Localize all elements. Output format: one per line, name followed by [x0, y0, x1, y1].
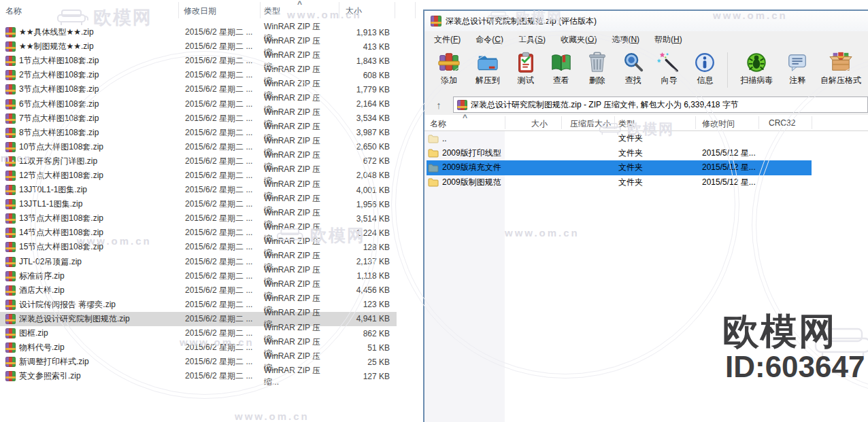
- winrar-toolbar: 添加解压到测试查看删除查找向导信息扫描病毒注释自解压格式: [424, 48, 868, 94]
- table-row[interactable]: 14节点大样图108套.zip2015/6/2 星期二 ...WinRAR ZI…: [0, 226, 422, 240]
- winrar-zip-file-icon: [5, 228, 16, 238]
- entry-type: 文件夹: [614, 162, 695, 173]
- menu-item-c[interactable]: 命令(C): [468, 32, 511, 48]
- sort-caret-icon: ^: [463, 113, 467, 122]
- toolbar-button[interactable]: 查找: [615, 51, 652, 86]
- winrar-titlebar[interactable]: 深装总设计研究院制图规范.zip (评估版本): [424, 11, 868, 31]
- winrar-menubar: 文件(F)命令(C)工具(S)收藏夹(O)选项(N)帮助(H): [424, 31, 868, 48]
- toolbar-button-label: 解压到: [475, 75, 500, 86]
- menu-item-o[interactable]: 收藏夹(O): [553, 32, 604, 48]
- toolbar-button[interactable]: 查看: [543, 51, 580, 86]
- column-header-name[interactable]: 名称: [5, 5, 22, 17]
- file-date: 2015/6/2 星期二 ...: [185, 156, 264, 167]
- file-size: 672 KB: [332, 156, 390, 166]
- table-row[interactable]: 13JTL1-1图集.zip2015/6/2 星期二 ...WinRAR ZIP…: [0, 197, 422, 211]
- table-row[interactable]: 15节点大样图108套.zip2015/6/2 星期二 ...WinRAR ZI…: [0, 240, 422, 254]
- table-row[interactable]: 图框.zip2015/6/2 星期二 ...WinRAR ZIP 压缩...86…: [0, 326, 422, 340]
- toolbar-button[interactable]: 删除: [580, 51, 615, 86]
- table-row[interactable]: 酒店大样.zip2015/6/2 星期二 ...WinRAR ZIP 压缩...…: [0, 283, 422, 298]
- table-row[interactable]: 2009版制图规范文件夹2015/5/12 星...: [424, 175, 868, 190]
- menu-item-s[interactable]: 工具(S): [511, 32, 553, 48]
- table-row[interactable]: 11双开客房门详图.zip2015/6/2 星期二 ...WinRAR ZIP …: [0, 154, 422, 169]
- winrar-zip-file-icon: [5, 371, 16, 381]
- table-row[interactable]: 7节点大样图108套.zip2015/6/2 星期二 ...WinRAR ZIP…: [0, 111, 422, 126]
- up-folder-button[interactable]: ↑: [430, 96, 448, 113]
- toolbar-button[interactable]: 注释: [781, 51, 814, 86]
- table-row[interactable]: 2009版打印线型文件夹2015/5/12 星...: [424, 146, 868, 161]
- file-name: 深装总设计研究院制图规范.zip: [19, 313, 185, 325]
- column-header-crc32[interactable]: CRC32: [769, 118, 795, 128]
- winrar-zip-file-icon: [5, 199, 16, 209]
- table-row[interactable]: 13节点大样图108套.zip2015/6/2 星期二 ...WinRAR ZI…: [0, 211, 422, 226]
- table-row[interactable]: ★★具体线型★★.zip2015/6/2 星期二 ...WinRAR ZIP 压…: [0, 25, 422, 39]
- file-date: 2015/6/2 星期二 ...: [185, 55, 264, 67]
- file-name: 13JT0L1-1图集.zip: [19, 184, 185, 196]
- table-row[interactable]: ..文件夹: [424, 131, 868, 146]
- table-row[interactable]: 标准前序.zip2015/6/2 星期二 ...WinRAR ZIP 压缩...…: [0, 269, 422, 283]
- entry-name: 2009版打印线型: [442, 147, 505, 159]
- table-row[interactable]: 设计院传阅报告 蒋缪奕.zip2015/6/2 星期二 ...WinRAR ZI…: [0, 298, 422, 312]
- column-header-date[interactable]: 修改日期: [184, 5, 216, 17]
- table-row[interactable]: JTL-02吊顶篇.zip2015/6/2 星期二 ...WinRAR ZIP …: [0, 255, 422, 269]
- winrar-zip-file-icon: [5, 156, 16, 166]
- menu-item-f[interactable]: 文件(F): [427, 32, 468, 48]
- table-row[interactable]: 1节点大样图108套.zip2015/6/2 星期二 ...WinRAR ZIP…: [0, 54, 422, 68]
- toolbar-button-label: 查看: [553, 75, 569, 86]
- file-date: 2015/6/2 星期二 ...: [185, 285, 264, 296]
- archive-address-text: 深装总设计研究院制图规范.zip - ZIP 压缩文件, 解包大小为 6,339…: [471, 99, 739, 111]
- add-button[interactable]: 添加: [431, 51, 467, 86]
- file-name: 10节点大样图108套.zip: [19, 141, 185, 153]
- delete-icon: [586, 51, 609, 74]
- toolbar-button-label: 注释: [789, 75, 805, 86]
- table-row[interactable]: 深装总设计研究院制图规范.zip2015/6/2 星期二 ...WinRAR Z…: [0, 312, 422, 326]
- table-row[interactable]: 6节点大样图108套.zip2015/6/2 星期二 ...WinRAR ZIP…: [0, 96, 422, 111]
- entry-date: 2015/5/12 星...: [695, 162, 797, 173]
- add-archive-icon: [437, 51, 461, 74]
- column-header-size[interactable]: 大小: [531, 118, 548, 130]
- table-row[interactable]: 新调整打印样式.zip2015/6/2 星期二 ...WinRAR ZIP 压缩…: [0, 355, 422, 369]
- toolbar-button[interactable]: 扫描病毒: [732, 51, 781, 86]
- column-header-type[interactable]: 类型: [264, 5, 280, 17]
- toolbar-button[interactable]: 测试: [509, 51, 543, 86]
- toolbar-button[interactable]: 解压到: [467, 51, 509, 86]
- menu-item-n[interactable]: 选项(N): [604, 32, 647, 48]
- column-header-date[interactable]: 修改时间: [702, 118, 735, 130]
- menu-item-h[interactable]: 帮助(H): [647, 32, 690, 48]
- folder-icon: [428, 177, 439, 188]
- entry-date: 2015/5/12 星...: [695, 177, 797, 188]
- winrar-window: 深装总设计研究院制图规范.zip (评估版本) 文件(F)命令(C)工具(S)收…: [423, 10, 868, 422]
- archive-file-list: ..文件夹2009版打印线型文件夹2015/5/12 星...2009版填充文件…: [424, 131, 868, 422]
- toolbar-button-label: 扫描病毒: [740, 75, 773, 86]
- winrar-zip-file-icon: [5, 142, 16, 152]
- table-row[interactable]: 2节点大样图108套.zip2015/6/2 星期二 ...WinRAR ZIP…: [0, 68, 422, 82]
- archive-address-bar[interactable]: 深装总设计研究院制图规范.zip - ZIP 压缩文件, 解包大小为 6,339…: [453, 96, 868, 113]
- file-name: 标准前序.zip: [19, 270, 185, 282]
- table-row[interactable]: 13JT0L1-1图集.zip2015/6/2 星期二 ...WinRAR ZI…: [0, 183, 422, 197]
- file-name: 14节点大样图108套.zip: [19, 227, 185, 239]
- toolbar-button[interactable]: 信息: [686, 51, 723, 86]
- table-row[interactable]: 10节点大样图108套.zip2015/6/2 星期二 ...WinRAR ZI…: [0, 140, 422, 154]
- table-row[interactable]: ★★制图规范★★.zip2015/6/2 星期二 ...WinRAR ZIP 压…: [0, 39, 422, 54]
- file-date: 2015/6/2 星期二 ...: [185, 241, 264, 253]
- column-header-name[interactable]: 名称: [430, 118, 446, 130]
- toolbar-button[interactable]: 自解压格式: [814, 51, 868, 86]
- table-row[interactable]: 3节点大样图108套.zip2015/6/2 星期二 ...WinRAR ZIP…: [0, 82, 422, 96]
- table-row[interactable]: 8节点大样图108套.zip2015/6/2 星期二 ...WinRAR ZIP…: [0, 126, 422, 140]
- table-row[interactable]: 物料代号.zip2015/6/2 星期二 ...WinRAR ZIP 压缩...…: [0, 340, 422, 355]
- table-row[interactable]: 英文参照索引.zip2015/6/2 星期二 ...WinRAR ZIP 压缩.…: [0, 369, 422, 383]
- entry-name: 2009版制图规范: [442, 177, 505, 188]
- file-size: 1,118 KB: [332, 271, 390, 281]
- table-row[interactable]: 2009版填充文件文件夹2015/5/12 星...: [424, 160, 868, 175]
- column-header-packed[interactable]: 压缩后大小: [570, 118, 611, 130]
- file-size: 128 KB: [332, 243, 390, 252]
- toolbar-button-label: 自解压格式: [820, 75, 861, 86]
- file-name: 2节点大样图108套.zip: [19, 69, 185, 81]
- file-size: 3,987 KB: [332, 128, 390, 137]
- file-name: ★★制图规范★★.zip: [19, 41, 185, 52]
- toolbar-button[interactable]: 向导: [652, 51, 687, 86]
- sfx-icon: [829, 51, 852, 74]
- column-header-type[interactable]: 类型: [618, 118, 635, 130]
- table-row[interactable]: 12节点大样图108套.zip2015/6/2 星期二 ...WinRAR ZI…: [0, 169, 422, 183]
- column-header-size[interactable]: 大小: [346, 5, 362, 17]
- file-date: 2015/6/2 星期二 ...: [185, 184, 264, 196]
